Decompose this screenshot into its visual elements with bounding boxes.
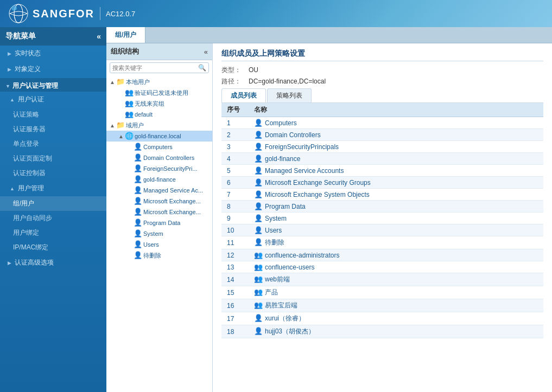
tree-node-managed-svc[interactable]: 👤 Managed Service Ac... bbox=[106, 185, 212, 196]
table-row[interactable]: 3👤ForeignSecurityPrincipals bbox=[221, 141, 543, 153]
row-icon: 👤 bbox=[254, 238, 263, 246]
cell-num: 11 bbox=[221, 236, 249, 249]
header-decoration bbox=[221, 0, 552, 27]
sidebar-item-user-bind[interactable]: 用户绑定 bbox=[0, 226, 106, 240]
sidebar-item-cert-policy[interactable]: 认证策略 bbox=[0, 107, 106, 122]
cell-name: 👤Computers bbox=[249, 117, 543, 129]
header-version: AC12.0.7 bbox=[106, 10, 135, 18]
table-row[interactable]: 13👥confluence-users bbox=[221, 261, 543, 273]
sidebar-item-user-sync[interactable]: 用户自动同步 bbox=[0, 211, 106, 226]
tab-bar: 组/用户 bbox=[106, 27, 552, 43]
sidebar-item-realtime[interactable]: ▶ 实时状态 bbox=[0, 46, 106, 61]
ou-icon: 👤 bbox=[134, 240, 142, 249]
tree-node-computers[interactable]: 👤 Computers bbox=[106, 142, 212, 152]
tree-node-pending-delete[interactable]: 👤 待删除 bbox=[106, 250, 212, 261]
cell-name: 👤待删除 bbox=[249, 236, 543, 249]
tree-label: gold-finance.local bbox=[135, 133, 181, 139]
sub-tab-policy-list[interactable]: 策略列表 bbox=[267, 88, 312, 102]
tree-label: System bbox=[143, 230, 163, 237]
table-row[interactable]: 16👥易胜宝后端 bbox=[221, 299, 543, 312]
ou-icon: 👤 bbox=[134, 208, 142, 216]
row-icon: 👤 bbox=[254, 314, 263, 322]
tree-node-system[interactable]: 👤 System bbox=[106, 228, 212, 239]
sidebar-item-cert-page[interactable]: 认证页面定制 bbox=[0, 151, 106, 166]
tree-collapse-button[interactable]: « bbox=[204, 48, 208, 56]
sidebar-item-objects[interactable]: ▶ 对象定义 bbox=[0, 61, 106, 77]
table-row[interactable]: 11👤待删除 bbox=[221, 236, 543, 249]
tree-node-no-online[interactable]: 👥 无线来宾组 bbox=[106, 98, 212, 109]
table-row[interactable]: 8👤Program Data bbox=[221, 201, 543, 213]
user-folder-icon: 👥 bbox=[125, 88, 134, 97]
tree-node-domain-user[interactable]: ▲ 📁 域用户 bbox=[106, 120, 212, 131]
search-input[interactable] bbox=[112, 65, 198, 71]
row-name: gold-finance bbox=[265, 155, 300, 163]
table-wrapper: 序号 名称 1👤Computers2👤Domain Controllers3👤F… bbox=[221, 103, 543, 338]
tree-node-foreign-sec[interactable]: 👤 ForeignSecurityPri... bbox=[106, 163, 212, 174]
cell-name: 👥web前端 bbox=[249, 273, 543, 286]
row-icon: 👤 bbox=[254, 166, 263, 175]
sidebar-item-cert-server[interactable]: 认证服务器 bbox=[0, 122, 106, 137]
row-name: Program Data bbox=[265, 203, 306, 210]
tree-node-ms-exchange-sec[interactable]: 👤 Microsoft Exchange... bbox=[106, 196, 212, 207]
row-name: Microsoft Exchange Security Groups bbox=[265, 179, 371, 187]
table-row[interactable]: 9👤System bbox=[221, 213, 543, 224]
table-row[interactable]: 1👤Computers bbox=[221, 117, 543, 129]
sidebar-item-cert-ctrl[interactable]: 认证控制器 bbox=[0, 166, 106, 181]
tree-node-local-user[interactable]: ▲ 📁 本地用户 bbox=[106, 76, 212, 87]
table-row[interactable]: 12👥confluence-administrators bbox=[221, 249, 543, 261]
tree-node-gold-finance-local[interactable]: ▲ 🌐 gold-finance.local bbox=[106, 131, 212, 142]
table-row[interactable]: 17👤xurui（徐睿） bbox=[221, 312, 543, 325]
sidebar-header: 导航菜单 « bbox=[0, 27, 106, 46]
tree-node-program-data[interactable]: 👤 Program Data bbox=[106, 217, 212, 228]
expand-icon bbox=[126, 230, 134, 237]
cell-name: 👤Domain Controllers bbox=[249, 129, 543, 141]
table-row[interactable]: 10👤Users bbox=[221, 224, 543, 236]
cell-num: 4 bbox=[221, 153, 249, 165]
table-row[interactable]: 18👤hujj03（胡俊杰） bbox=[221, 325, 543, 338]
sidebar-item-single-sign[interactable]: 单点登录 bbox=[0, 137, 106, 151]
sidebar-collapse-button[interactable]: « bbox=[97, 32, 101, 41]
col-num: 序号 bbox=[221, 103, 249, 117]
cell-num: 5 bbox=[221, 165, 249, 177]
sub-tab-member-list[interactable]: 成员列表 bbox=[221, 88, 266, 102]
cell-name: 👤Microsoft Exchange Security Groups bbox=[249, 177, 543, 189]
tree-node-pwd-sent[interactable]: 👥 验证码已发送未使用 bbox=[106, 87, 212, 98]
sidebar-item-user-cert[interactable]: ▲ 用户认证 bbox=[0, 92, 106, 107]
table-row[interactable]: 14👥web前端 bbox=[221, 273, 543, 286]
sidebar-item-ip-mac[interactable]: IP/MAC绑定 bbox=[0, 240, 106, 255]
table-row[interactable]: 6👤Microsoft Exchange Security Groups bbox=[221, 177, 543, 189]
expand-icon: ▲ bbox=[109, 78, 116, 86]
expand-icon bbox=[126, 187, 134, 194]
row-icon: 👤 bbox=[254, 190, 263, 198]
table-row[interactable]: 7👤Microsoft Exchange System Objects bbox=[221, 189, 543, 201]
row-name: 待删除 bbox=[265, 239, 284, 246]
tree-label: Computers bbox=[143, 144, 173, 150]
tree-node-default[interactable]: 👥 default bbox=[106, 109, 212, 120]
row-name: Managed Service Accounts bbox=[265, 167, 344, 175]
table-row[interactable]: 5👤Managed Service Accounts bbox=[221, 165, 543, 177]
logo: SANGFOR bbox=[9, 4, 94, 23]
header-divider bbox=[100, 7, 100, 20]
folder-icon: 📁 bbox=[116, 121, 125, 130]
tree-node-users[interactable]: 👤 Users bbox=[106, 239, 212, 250]
expand-icon: ▲ bbox=[109, 121, 116, 129]
row-name: Users bbox=[265, 227, 282, 234]
table-row[interactable]: 15👥产品 bbox=[221, 286, 543, 299]
sidebar-item-group-user[interactable]: 组/用户 bbox=[0, 196, 106, 211]
tree-node-domain-ctrl[interactable]: 👤 Domain Controllers bbox=[106, 152, 212, 163]
tab-group-user[interactable]: 组/用户 bbox=[106, 27, 145, 43]
sidebar-section-user-auth[interactable]: ▼ 用户认证与管理 bbox=[0, 78, 106, 92]
table-row[interactable]: 4👤gold-finance bbox=[221, 153, 543, 165]
row-icon: 👥 bbox=[254, 301, 263, 309]
tree-node-ms-exchange-sys[interactable]: 👤 Microsoft Exchange... bbox=[106, 207, 212, 217]
ou-icon: 👤 bbox=[134, 143, 142, 151]
row-icon: 👤 bbox=[254, 178, 263, 187]
tree-node-gold-finance[interactable]: 👤 gold-finance bbox=[106, 174, 212, 185]
cell-num: 14 bbox=[221, 273, 249, 286]
logo-text: SANGFOR bbox=[33, 8, 94, 20]
sidebar-item-cert-adv[interactable]: ▶ 认证高级选项 bbox=[0, 255, 106, 271]
info-type-value: OU bbox=[249, 66, 258, 74]
table-row[interactable]: 2👤Domain Controllers bbox=[221, 129, 543, 141]
sidebar-item-user-mgmt[interactable]: ▲ 用户管理 bbox=[0, 181, 106, 196]
tree-label: Microsoft Exchange... bbox=[143, 209, 201, 215]
